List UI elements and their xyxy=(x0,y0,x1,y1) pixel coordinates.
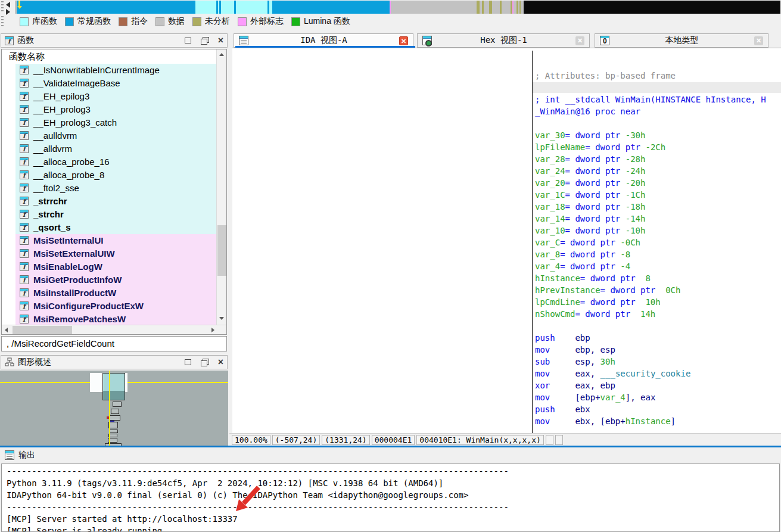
code-line[interactable]: mov ebp, esp xyxy=(535,344,766,356)
band-segment[interactable] xyxy=(236,1,267,14)
vertical-scrollbar[interactable] xyxy=(216,49,226,325)
band-segment[interactable] xyxy=(524,1,780,14)
code-line[interactable]: lpCmdLine= dword ptr 10h xyxy=(535,296,766,308)
code-line[interactable]: var_30= dword ptr -30h xyxy=(535,129,766,141)
toolbar-drag-handle[interactable] xyxy=(1,1,4,13)
band-scroll-right-icon[interactable] xyxy=(6,9,10,15)
code-line[interactable] xyxy=(535,320,766,332)
code-line[interactable]: nShowCmd= dword ptr 14h xyxy=(535,308,766,320)
float-icon[interactable] xyxy=(201,359,209,366)
band-segment[interactable] xyxy=(502,1,511,14)
functions-panel-header[interactable]: 函数 × xyxy=(1,33,228,48)
function-row[interactable]: __alldvrm xyxy=(2,142,216,155)
code-line[interactable]: mov [ebp+var_4], eax xyxy=(535,391,766,403)
band-segment[interactable] xyxy=(484,1,489,14)
code-line[interactable]: push ebx xyxy=(535,403,766,415)
code-line[interactable]: var_10= dword ptr -10h xyxy=(535,225,766,237)
function-row[interactable]: __alloca_probe_8 xyxy=(2,169,216,182)
output-panel-header[interactable]: 输出 xyxy=(0,447,781,463)
functions-rows[interactable]: __IsNonwritableInCurrentImage__ValidateI… xyxy=(2,64,216,325)
code-line[interactable]: var_14= dword ptr -14h xyxy=(535,213,766,225)
maximize-icon[interactable] xyxy=(185,359,191,365)
code-line[interactable] xyxy=(535,117,766,129)
function-row[interactable]: _strrchr xyxy=(2,195,216,208)
function-row[interactable]: _qsort_s xyxy=(2,221,216,234)
scroll-down-icon[interactable] xyxy=(219,317,224,320)
function-row[interactable]: MsiGetProductInfoW xyxy=(2,273,216,287)
band-segment[interactable] xyxy=(391,1,477,14)
maximize-icon[interactable] xyxy=(185,38,191,43)
band-segment[interactable] xyxy=(195,1,216,14)
vertical-scroll-thumb[interactable] xyxy=(217,225,226,276)
code-line[interactable]: lpFileName= dword ptr -2Ch xyxy=(535,141,766,153)
code-line[interactable]: var_C= dword ptr -0Ch xyxy=(535,237,766,248)
graph-overview-header[interactable]: 图形概述 × xyxy=(1,355,228,369)
function-row[interactable]: __alloca_probe_16 xyxy=(2,155,216,169)
code-line[interactable]: var_8= dword ptr -8 xyxy=(535,248,766,260)
band-segment[interactable] xyxy=(492,1,500,14)
band-segment[interactable] xyxy=(221,1,234,14)
function-row[interactable]: __EH_prolog3 xyxy=(2,103,216,116)
functions-list[interactable]: 函数名称 __IsNonwritableInCurrentImage__Vali… xyxy=(1,49,227,335)
output-console[interactable]: ----------------------------------------… xyxy=(1,463,780,532)
function-row[interactable]: MsiRemovePatchesW xyxy=(2,313,216,325)
float-icon[interactable] xyxy=(201,37,209,44)
band-segment[interactable] xyxy=(272,1,390,14)
code-line[interactable]: xor eax, ebp xyxy=(535,379,766,391)
tab-close-icon[interactable]: ✕ xyxy=(575,36,584,45)
horizontal-scrollbar[interactable] xyxy=(2,325,227,334)
scroll-left-icon[interactable] xyxy=(5,328,8,332)
code-line[interactable]: mov eax, ___security_cookie xyxy=(535,368,766,379)
scroll-right-icon[interactable] xyxy=(211,328,214,332)
function-row[interactable]: MsiSetInternalUI xyxy=(2,234,216,247)
code-line[interactable]: _WinMain@16 proc near xyxy=(535,105,766,117)
code-line[interactable] xyxy=(535,82,766,94)
band-segment[interactable] xyxy=(17,1,195,14)
tab-ida-view-a[interactable]: IDA 视图-A ✕ xyxy=(234,33,413,48)
disassembly-code[interactable]: ; Attributes: bp-based frame; int __stdc… xyxy=(535,58,766,427)
code-line[interactable]: mov ebx, [ebp+hInstance] xyxy=(535,415,766,427)
legend-swatch xyxy=(20,17,29,26)
code-line[interactable]: var_20= dword ptr -20h xyxy=(535,177,766,189)
functions-filter-text[interactable]: , /MsiRecordGetFieldCount xyxy=(1,336,227,351)
legend-drag-handle[interactable] xyxy=(1,16,4,27)
tab-local-types[interactable]: 本地类型 ✕ xyxy=(595,33,768,48)
code-line[interactable]: var_24= dword ptr -24h xyxy=(535,165,766,177)
disassembly-view[interactable]: ; Attributes: bp-based frame; int __stdc… xyxy=(232,48,781,433)
code-line[interactable]: push ebp xyxy=(535,332,766,344)
horizontal-scroll-thumb[interactable] xyxy=(13,326,72,334)
code-line[interactable]: sub esp, 30h xyxy=(535,356,766,368)
function-row[interactable]: MsiInstallProductW xyxy=(2,287,216,300)
function-row[interactable]: _strchr xyxy=(2,208,216,221)
close-icon[interactable]: × xyxy=(218,37,223,44)
function-row[interactable]: __ftol2_sse xyxy=(2,182,216,195)
function-row[interactable]: __IsNonwritableInCurrentImage xyxy=(2,64,216,77)
function-row[interactable]: MsiEnableLogW xyxy=(2,260,216,273)
code-line[interactable]: var_28= dword ptr -28h xyxy=(535,153,766,165)
code-line[interactable]: var_1C= dword ptr -1Ch xyxy=(535,189,766,201)
column-header-function-name[interactable]: 函数名称 xyxy=(2,49,216,64)
code-line[interactable]: ; Attributes: bp-based frame xyxy=(535,70,766,82)
status-cell: (1331,24) xyxy=(322,435,369,445)
function-row[interactable]: __aulldvrm xyxy=(2,129,216,142)
function-row[interactable]: MsiConfigureProductExW xyxy=(2,300,216,313)
tab-close-icon[interactable]: ✕ xyxy=(399,36,408,45)
code-line[interactable]: hPrevInstance= dword ptr 0Ch xyxy=(535,284,766,296)
code-line[interactable]: ; int __stdcall WinMain(HINSTANCE hInsta… xyxy=(535,94,766,105)
graph-overview-canvas[interactable] xyxy=(0,371,228,446)
code-line[interactable]: var_18= dword ptr -18h xyxy=(535,201,766,213)
code-line[interactable] xyxy=(535,58,766,70)
function-icon xyxy=(20,210,29,219)
function-row[interactable]: __EH_prolog3_catch xyxy=(2,116,216,129)
navigation-band[interactable] xyxy=(15,1,781,14)
close-icon[interactable]: × xyxy=(218,359,223,366)
code-line[interactable]: hInstance= dword ptr 8 xyxy=(535,272,766,284)
scroll-up-icon[interactable] xyxy=(219,53,224,56)
function-row[interactable]: __EH_epilog3 xyxy=(2,90,216,103)
function-row[interactable]: MsiSetExternalUIW xyxy=(2,247,216,260)
tab-close-icon[interactable]: ✕ xyxy=(754,36,763,45)
tab-hex-view-1[interactable]: Hex 视图-1 ✕ xyxy=(417,33,590,48)
code-line[interactable]: var_4= dword ptr -4 xyxy=(535,260,766,272)
band-scroll-left-icon[interactable] xyxy=(6,2,10,8)
function-row[interactable]: __ValidateImageBase xyxy=(2,77,216,90)
